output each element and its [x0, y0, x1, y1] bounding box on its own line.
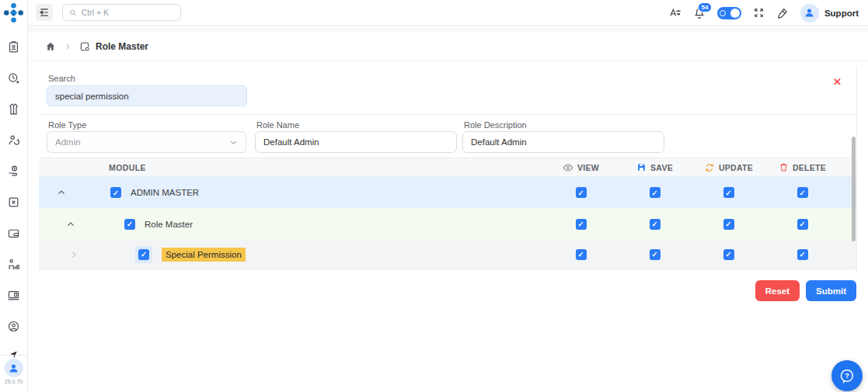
notification-badge: 54 [698, 2, 712, 13]
chevron-down-icon [229, 138, 238, 147]
global-search[interactable] [62, 4, 181, 21]
global-search-input[interactable] [82, 8, 174, 17]
leaderboard-icon[interactable] [7, 258, 20, 271]
view-checkbox[interactable] [576, 219, 587, 230]
module-label: ADMIN MASTER [131, 188, 199, 197]
role-icon [79, 41, 90, 52]
user-support-icon[interactable] [7, 320, 20, 333]
sync-icon [704, 162, 715, 173]
delete-checkbox[interactable] [797, 249, 808, 260]
user-sync-icon[interactable] [7, 134, 20, 147]
user-menu[interactable]: Support [800, 4, 859, 23]
view-checkbox[interactable] [576, 249, 587, 260]
section-divider [39, 114, 856, 115]
app: 25.0.70 [0, 0, 868, 392]
clock-plus-icon[interactable] [7, 71, 20, 85]
breadcrumb: Role Master [28, 33, 868, 61]
chevron-right-icon[interactable] [68, 249, 79, 260]
help-icon: ? [838, 367, 856, 384]
reset-button[interactable]: Reset [755, 280, 800, 301]
permission-table: MODULE VIEW SAVE [39, 158, 856, 269]
delete-checkbox[interactable] [797, 219, 808, 230]
update-header: UPDATE [692, 162, 765, 173]
chevron-up-icon[interactable] [65, 219, 76, 230]
save-checkbox[interactable] [650, 249, 661, 260]
notifications-button[interactable]: 54 [693, 7, 706, 19]
search-input[interactable] [47, 85, 247, 106]
save-header: SAVE [618, 162, 692, 172]
view-checkbox[interactable] [576, 187, 587, 198]
topbar-actions: 54 [669, 0, 859, 26]
table-row-role-master: Role Master [39, 208, 856, 240]
chevron-up-icon[interactable] [56, 187, 67, 198]
role-name-input[interactable] [255, 131, 457, 153]
delete-checkbox[interactable] [797, 187, 808, 198]
breadcrumb-band [28, 26, 868, 33]
topbar: 54 [28, 0, 868, 26]
save-checkbox[interactable] [650, 219, 661, 230]
home-icon[interactable] [45, 41, 56, 52]
help-button[interactable]: ? [831, 360, 863, 391]
toggle-knob [730, 9, 740, 18]
view-header: VIEW [544, 162, 618, 173]
devices-icon[interactable] [7, 289, 20, 302]
hand-coin-icon[interactable] [7, 165, 20, 178]
submit-button[interactable]: Submit [806, 280, 856, 301]
breadcrumb-current: Role Master [96, 41, 148, 52]
user-avatar [800, 4, 819, 23]
checkbox-focus-halo [135, 246, 152, 263]
app-version: 25.0.70 [5, 379, 23, 384]
sidebar-menu [0, 40, 27, 333]
sidebar: 25.0.70 [0, 0, 28, 392]
trash-icon [779, 162, 789, 172]
chevron-right-icon [64, 43, 71, 50]
update-checkbox[interactable] [723, 187, 734, 198]
wallet-icon[interactable] [7, 227, 20, 240]
search-icon [69, 9, 77, 17]
module-checkbox[interactable] [138, 249, 149, 260]
fullscreen-icon[interactable] [753, 7, 765, 19]
role-description-label: Role Description [464, 120, 527, 130]
role-description-input[interactable] [462, 131, 664, 153]
table-row-special-permission: Special Permission [39, 240, 856, 269]
id-badge-icon[interactable] [7, 40, 20, 54]
role-type-select[interactable]: Admin [47, 131, 246, 153]
svg-text:?: ? [845, 372, 849, 380]
mode-icon [720, 10, 726, 16]
module-label-highlighted: Special Permission [162, 248, 246, 262]
save-checkbox[interactable] [650, 187, 661, 198]
translate-icon[interactable] [669, 7, 682, 19]
user-name: Support [824, 9, 859, 18]
theme-toggle[interactable] [717, 7, 741, 19]
role-type-label: Role Type [48, 120, 86, 130]
table-scrollbar[interactable] [852, 137, 856, 241]
role-type-value: Admin [55, 137, 81, 147]
eye-icon [563, 162, 573, 173]
search-label: Search [48, 74, 75, 83]
update-checkbox[interactable] [723, 249, 734, 260]
update-checkbox[interactable] [723, 219, 734, 230]
module-header: MODULE [39, 163, 146, 172]
table-row-admin-master: ADMIN MASTER [39, 177, 856, 208]
customizer-icon[interactable] [776, 7, 789, 19]
role-name-label: Role Name [256, 120, 299, 130]
sidebar-avatar[interactable] [5, 359, 23, 377]
form-actions: Reset Submit [39, 280, 856, 301]
close-icon[interactable]: ✕ [833, 76, 842, 88]
menu-toggle-button[interactable] [36, 4, 53, 21]
table-header: MODULE VIEW SAVE [39, 158, 856, 177]
module-checkbox[interactable] [124, 219, 135, 230]
module-checkbox[interactable] [110, 187, 121, 198]
box-close-icon[interactable] [7, 196, 20, 209]
delete-header: DELETE [765, 162, 839, 172]
module-label: Role Master [145, 220, 193, 229]
sidebar-footer: 25.0.70 [0, 355, 27, 392]
app-logo[interactable] [2, 2, 25, 24]
vest-icon[interactable] [7, 102, 20, 116]
save-icon [636, 162, 647, 172]
panel-border [856, 67, 857, 272]
